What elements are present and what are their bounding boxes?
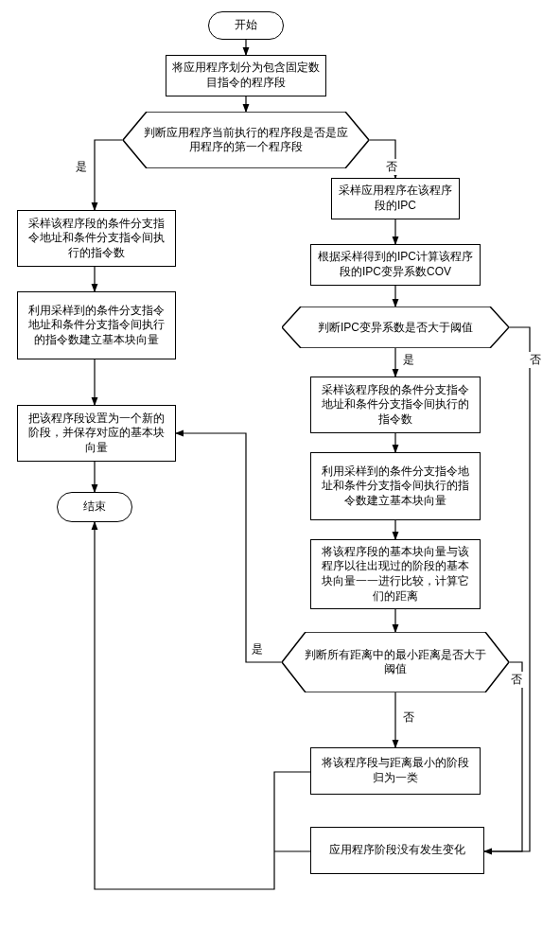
process-compare-vectors: 将该程序段的基本块向量与该程序以往出现过的阶段的基本块向量一一进行比较，计算它们… [310, 539, 481, 609]
process-sample-ipc: 采样应用程序在该程序段的IPC [331, 178, 460, 219]
decision-min-distance: 判断所有距离中的最小距离是否大于阈值 [282, 632, 509, 692]
start-text: 开始 [235, 18, 257, 33]
process-calc-cov: 根据采样得到的IPC计算该程序段的IPC变异系数COV [310, 244, 481, 286]
decision-first-segment: 判断应用程序当前执行的程序段是否是应用程序的第一个程序段 [123, 112, 369, 168]
process-left-sample-text: 采样该程序段的条件分支指令地址和条件分支指令间执行的指令数 [24, 217, 169, 261]
start-node: 开始 [208, 11, 284, 40]
flowchart-container: 开始 将应用程序划分为包含固定数目指令的程序段 判断应用程序当前执行的程序段是否… [9, 9, 551, 937]
process-calc-cov-text: 根据采样得到的IPC计算该程序段的IPC变异系数COV [317, 250, 474, 279]
process-right-sample-branch-text: 采样该程序段的条件分支指令地址和条件分支指令间执行的指令数 [317, 383, 474, 428]
process-left-build-vector: 利用采样到的条件分支指令地址和条件分支指令间执行的指令数建立基本块向量 [17, 291, 176, 359]
process-divide: 将应用程序划分为包含固定数目指令的程序段 [166, 55, 326, 96]
process-divide-text: 将应用程序划分为包含固定数目指令的程序段 [172, 61, 320, 90]
label-d3-no: 否 [401, 710, 416, 726]
label-d3-no-right: 否 [509, 672, 524, 688]
decision-first-text: 判断应用程序当前执行的程序段是否是应用程序的第一个程序段 [123, 126, 369, 154]
decision-cov-threshold: 判断IPC变异系数是否大于阈值 [282, 307, 509, 348]
label-d1-yes: 是 [74, 159, 89, 175]
label-d3-yes: 是 [250, 641, 265, 657]
process-left-new-phase-text: 把该程序段设置为一个新的阶段，并保存对应的基本块向量 [24, 412, 169, 456]
process-sample-ipc-text: 采样应用程序在该程序段的IPC [338, 184, 453, 213]
decision-cov-text: 判断IPC变异系数是否大于阈值 [299, 321, 492, 335]
process-compare-vectors-text: 将该程序段的基本块向量与该程序以往出现过的阶段的基本块向量一一进行比较，计算它们… [317, 545, 474, 604]
label-d2-yes: 是 [401, 352, 416, 368]
process-classify-min: 将该程序段与距离最小的阶段归为一类 [310, 747, 481, 795]
end-text: 结束 [83, 499, 106, 515]
process-no-change-text: 应用程序阶段没有发生变化 [329, 843, 465, 858]
process-right-build-vector-text: 利用采样到的条件分支指令地址和条件分支指令间执行的指令数建立基本块向量 [317, 464, 474, 509]
process-left-sample: 采样该程序段的条件分支指令地址和条件分支指令间执行的指令数 [17, 210, 176, 267]
process-right-build-vector: 利用采样到的条件分支指令地址和条件分支指令间执行的指令数建立基本块向量 [310, 452, 481, 520]
process-left-new-phase: 把该程序段设置为一个新的阶段，并保存对应的基本块向量 [17, 405, 176, 462]
end-node: 结束 [57, 492, 132, 522]
decision-min-distance-text: 判断所有距离中的最小距离是否大于阈值 [282, 648, 509, 676]
label-d2-no: 否 [528, 352, 543, 368]
process-right-sample-branch: 采样该程序段的条件分支指令地址和条件分支指令间执行的指令数 [310, 377, 481, 433]
label-d1-no: 否 [384, 159, 399, 175]
process-no-change: 应用程序阶段没有发生变化 [310, 827, 484, 874]
process-left-build-text: 利用采样到的条件分支指令地址和条件分支指令间执行的指令数建立基本块向量 [24, 304, 169, 348]
process-classify-min-text: 将该程序段与距离最小的阶段归为一类 [317, 756, 474, 785]
